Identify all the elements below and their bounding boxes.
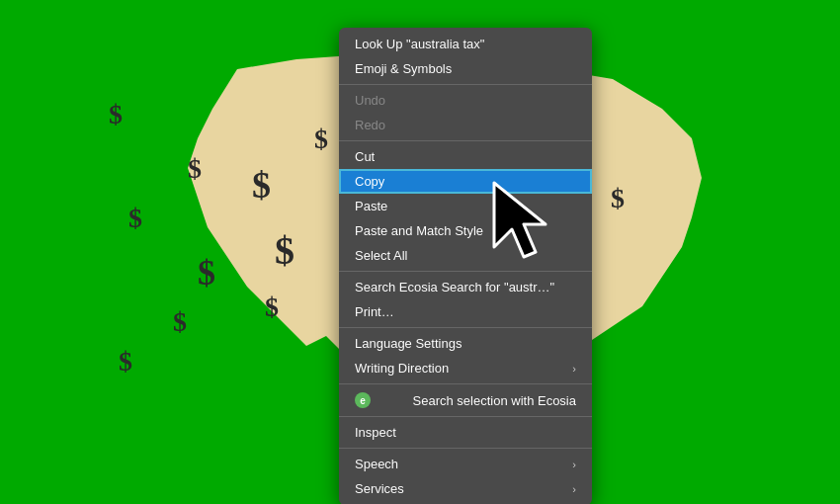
- menu-item-redo: Redo: [339, 113, 592, 137]
- separator-1: [339, 84, 592, 85]
- menu-item-emoji[interactable]: Emoji & Symbols: [339, 56, 592, 81]
- menu-item-speech[interactable]: Speech ›: [339, 452, 592, 476]
- dollar-sign: $: [119, 346, 132, 378]
- dollar-sign: $: [314, 124, 328, 155]
- ecosia-logo-icon: e: [355, 392, 371, 408]
- menu-item-search-ecosia[interactable]: Search Ecosia Search for "austr…": [339, 275, 592, 299]
- separator-7: [339, 448, 592, 449]
- menu-item-inspect[interactable]: Inspect: [339, 420, 592, 445]
- chevron-right-icon: ›: [572, 483, 576, 495]
- chevron-right-icon: ›: [572, 363, 576, 375]
- separator-3: [339, 271, 592, 272]
- menu-item-search-selection-ecosia[interactable]: e Search selection with Ecosia: [339, 387, 592, 413]
- dollar-sign: $: [128, 203, 142, 234]
- menu-item-select-all[interactable]: Select All: [339, 243, 592, 268]
- dollar-sign: $: [109, 99, 123, 130]
- menu-item-paste[interactable]: Paste: [339, 194, 592, 218]
- menu-item-undo: Undo: [339, 88, 592, 113]
- menu-item-paste-match[interactable]: Paste and Match Style: [339, 218, 592, 243]
- separator-5: [339, 383, 592, 384]
- menu-item-cut[interactable]: Cut: [339, 144, 592, 169]
- menu-item-copy[interactable]: Copy: [339, 169, 592, 194]
- separator-4: [339, 327, 592, 328]
- dollar-sign: $: [173, 306, 187, 338]
- dollar-sign: $: [252, 163, 271, 207]
- chevron-right-icon: ›: [572, 459, 576, 470]
- separator-6: [339, 416, 592, 417]
- dollar-sign: $: [265, 292, 279, 323]
- context-menu: Look Up "australia tax" Emoji & Symbols …: [339, 28, 592, 504]
- dollar-sign: $: [188, 153, 202, 185]
- menu-item-look-up[interactable]: Look Up "australia tax": [339, 32, 592, 56]
- dollar-sign: $: [198, 252, 215, 294]
- dollar-sign: $: [611, 183, 625, 214]
- separator-2: [339, 140, 592, 141]
- menu-item-services[interactable]: Services ›: [339, 476, 592, 501]
- dollar-sign: $: [275, 227, 294, 274]
- menu-item-language[interactable]: Language Settings: [339, 331, 592, 356]
- menu-item-writing-direction[interactable]: Writing Direction ›: [339, 356, 592, 380]
- menu-item-print[interactable]: Print…: [339, 299, 592, 324]
